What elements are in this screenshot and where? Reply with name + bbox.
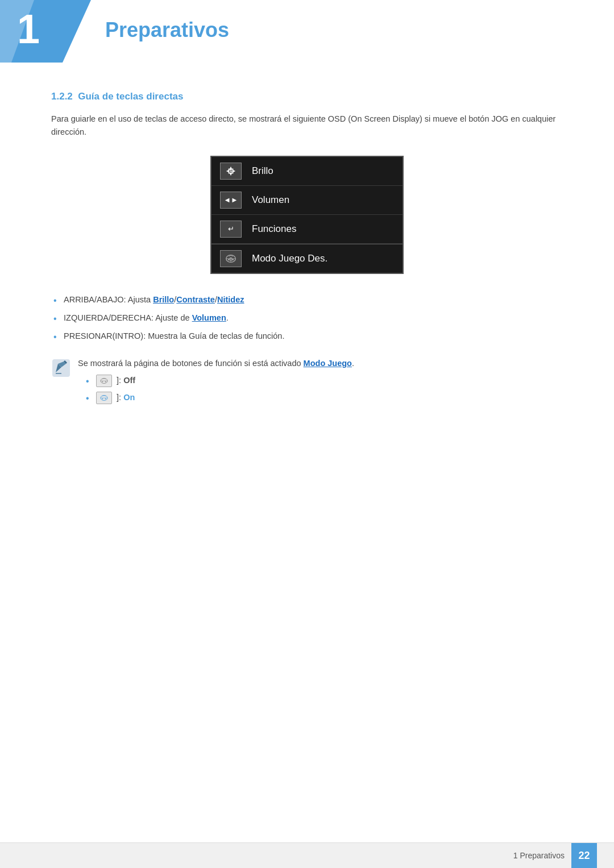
bullet-item-1: ARRIBA/ABAJO: Ajusta Brillo/Contraste/Ni… — [51, 294, 563, 306]
osd-funciones-icon: ↵ — [220, 221, 242, 238]
sub-bullet-on: ]: On — [84, 392, 354, 404]
section-title: Guía de teclas directas — [78, 91, 183, 102]
intro-paragraph: Para guiarle en el uso de teclas de acce… — [51, 113, 563, 139]
osd-row-funciones: ↵ Funciones — [211, 215, 403, 244]
bullet-list: ARRIBA/ABAJO: Ajusta Brillo/Contraste/Ni… — [51, 294, 563, 342]
sub-bullet-on-bracket-open: ]: — [117, 393, 123, 402]
page-header: 1 Preparativos — [0, 0, 614, 63]
sub-bullet-off-status: Off — [123, 376, 135, 385]
bullet-item-3: PRESIONAR(INTRO): Muestra la Guía de tec… — [51, 330, 563, 343]
game-icon-off-inline — [96, 375, 112, 387]
chapter-title: Preparativos — [105, 18, 229, 42]
bullet-1-text-before: ARRIBA/ABAJO: Ajusta — [64, 295, 153, 304]
note-text: Se mostrará la página de botones de func… — [78, 359, 304, 368]
osd-diagram: ⇅ Brillo ◄► Volumen ↵ — [51, 156, 563, 274]
game-icon-on-inline — [96, 392, 112, 404]
osd-funciones-label: Funciones — [252, 223, 296, 235]
svg-text:↵: ↵ — [228, 225, 234, 233]
osd-row-modo-juego: ⚙ Modo Juego Des. — [211, 244, 403, 273]
svg-text:◄►: ◄► — [225, 196, 237, 204]
osd-modo-juego-icon: ⚙ — [220, 250, 242, 267]
osd-volumen-label: Volumen — [252, 194, 289, 206]
main-content: 1.2.2 Guía de teclas directas Para guiar… — [0, 63, 614, 466]
link-nitidez: Nitidez — [217, 295, 244, 304]
note-link-modo-juego: Modo Juego — [304, 359, 352, 368]
sub-bullet-list: ]: Off ]: On — [84, 375, 354, 404]
osd-brillo-label: Brillo — [252, 165, 273, 177]
page-footer: 1 Preparativos 22 — [0, 842, 614, 868]
section-number: 1.2.2 — [51, 91, 73, 102]
section-heading: 1.2.2 Guía de teclas directas — [51, 91, 563, 102]
bullet-3-text: PRESIONAR(INTRO): Muestra la Guía de tec… — [64, 331, 284, 340]
footer-page-number: 22 — [571, 843, 597, 869]
svg-point-15 — [105, 381, 106, 383]
osd-box: ⇅ Brillo ◄► Volumen ↵ — [210, 156, 404, 274]
chapter-number: 1 — [17, 9, 40, 49]
note-pencil-icon — [51, 358, 71, 378]
sub-bullet-off-bracket-open: ]: — [117, 376, 123, 385]
svg-point-19 — [105, 398, 106, 400]
svg-text:⚙: ⚙ — [229, 256, 233, 262]
bullet-item-2: IZQUIERDA/DERECHA: Ajuste de Volumen. — [51, 312, 563, 325]
osd-row-volumen: ◄► Volumen — [211, 186, 403, 215]
bullet-2-text-before: IZQUIERDA/DERECHA: Ajuste de — [64, 313, 192, 322]
link-brillo: Brillo — [153, 295, 174, 304]
osd-volumen-icon: ◄► — [220, 192, 242, 209]
footer-section-label: 1 Preparativos — [513, 851, 565, 860]
osd-brillo-icon: ⇅ — [220, 163, 242, 180]
link-volumen: Volumen — [192, 313, 226, 322]
svg-point-18 — [102, 398, 103, 400]
osd-row-brillo: ⇅ Brillo — [211, 157, 403, 186]
svg-point-14 — [102, 381, 103, 383]
sub-bullet-on-status: On — [123, 393, 135, 402]
sub-bullet-off: ]: Off — [84, 375, 354, 387]
note-content: Se mostrará la página de botones de func… — [78, 357, 354, 409]
note-box: Se mostrará la página de botones de func… — [51, 357, 563, 409]
svg-rect-10 — [52, 359, 70, 377]
link-contraste: Contraste — [176, 295, 215, 304]
svg-text:⇅: ⇅ — [229, 168, 233, 173]
osd-modo-juego-label: Modo Juego Des. — [252, 253, 327, 264]
